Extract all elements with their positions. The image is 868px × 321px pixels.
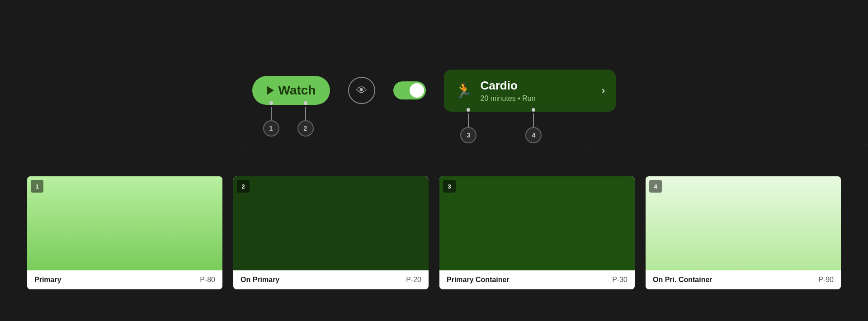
swatch-primary-footer: Primary P-80	[27, 270, 222, 289]
watch-button-group: Watch 1 2	[252, 76, 330, 105]
swatch-primary-container: Primary Container P-30 3	[439, 176, 635, 289]
watch-button[interactable]: Watch	[252, 76, 330, 105]
swatches-section: Primary P-80 1 On Primary P-20 2 Primary…	[0, 158, 868, 307]
swatch-primary-number: 1	[31, 180, 43, 193]
toggle-thumb	[410, 83, 424, 98]
swatch-primary-container-code: P-30	[612, 276, 627, 284]
watch-label: Watch	[278, 83, 316, 98]
swatch-on-primary-container: On Pri. Container P-90 4	[646, 176, 841, 289]
annotation-2: 2	[297, 101, 314, 137]
swatch-on-primary-container-code: P-90	[818, 276, 834, 284]
annotation-4: 4	[525, 108, 542, 143]
swatch-primary: Primary P-80 1	[27, 176, 222, 289]
dot-1	[269, 101, 273, 105]
swatch-primary-container-number: 3	[443, 180, 456, 193]
cardio-card-group: 🏃 Cardio 20 minutes • Run › 3 4	[444, 70, 616, 112]
line-2	[305, 107, 306, 120]
badge-4: 4	[525, 127, 542, 143]
runner-icon: 🏃	[455, 82, 473, 99]
line-1	[271, 107, 272, 120]
divider	[0, 145, 868, 145]
line-3	[468, 113, 469, 127]
swatch-primary-name: Primary	[34, 276, 61, 284]
swatch-on-primary-container-name: On Pri. Container	[653, 276, 712, 284]
annotation-3: 3	[460, 108, 476, 143]
dot-4	[532, 108, 535, 112]
swatch-on-primary-footer: On Primary P-20	[233, 270, 429, 289]
swatch-primary-container-name: Primary Container	[447, 276, 509, 284]
dot-2	[304, 101, 307, 105]
swatch-on-primary-color	[233, 176, 429, 270]
badge-2: 2	[297, 120, 314, 137]
swatch-on-primary-name: On Primary	[241, 276, 279, 284]
dot-3	[467, 108, 470, 112]
swatch-primary-code: P-80	[200, 276, 215, 284]
swatch-on-primary-container-footer: On Pri. Container P-90	[646, 270, 841, 289]
badge-1: 1	[263, 120, 279, 137]
swatch-on-primary-number: 2	[237, 180, 250, 193]
swatch-on-primary-container-number: 4	[649, 180, 662, 193]
eye-icon: 👁	[356, 84, 367, 97]
cardio-subtitle: 20 minutes • Run	[480, 94, 594, 103]
top-section: Watch 1 2 👁 🏃 Cardio 20 min	[0, 0, 868, 145]
play-icon	[267, 86, 274, 95]
line-4	[533, 113, 534, 127]
eye-button[interactable]: 👁	[348, 77, 375, 104]
swatch-primary-container-color	[439, 176, 635, 270]
swatch-on-primary-code: P-20	[406, 276, 421, 284]
swatch-primary-color	[27, 176, 222, 270]
swatch-on-primary-container-color	[646, 176, 841, 270]
cardio-card[interactable]: 🏃 Cardio 20 minutes • Run ›	[444, 70, 616, 112]
swatch-primary-container-footer: Primary Container P-30	[439, 270, 635, 289]
badge-3: 3	[460, 127, 476, 143]
cardio-title: Cardio	[480, 79, 594, 93]
annotation-1: 1	[263, 101, 279, 137]
swatch-on-primary: On Primary P-20 2	[233, 176, 429, 289]
toggle-switch[interactable]	[393, 81, 426, 99]
chevron-right-icon: ›	[601, 84, 605, 97]
toggle-track	[393, 81, 426, 99]
cardio-info: Cardio 20 minutes • Run	[480, 79, 594, 103]
